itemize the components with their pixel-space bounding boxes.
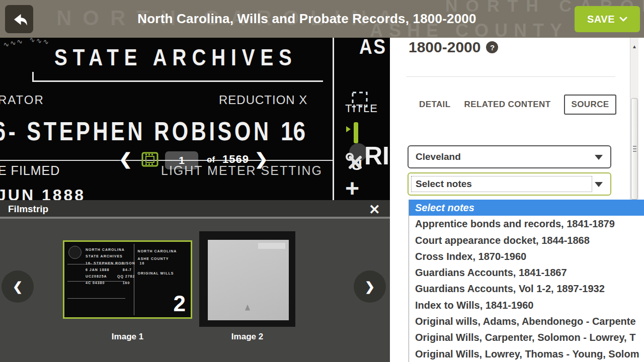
- tab-detail[interactable]: DETAIL: [419, 100, 451, 110]
- notes-option[interactable]: Original wills, Adams, Abendonego - Carp…: [409, 313, 644, 329]
- zoom-slider-icon[interactable]: [354, 122, 358, 143]
- save-button-label: SAVE: [587, 14, 615, 25]
- microfilm-target-card: NORTH CAROLINA STATE ARCHIVES 16- STEPHE…: [64, 242, 191, 317]
- page-of-label: of: [207, 155, 215, 165]
- notes-option[interactable]: Cross Index, 1870-1960: [409, 248, 644, 264]
- tools-wrench-icon[interactable]: [344, 151, 365, 174]
- page-total-label: 1569: [222, 153, 249, 166]
- scrollbar-up-icon[interactable]: ▲: [632, 44, 637, 49]
- collection-title: 1800-2000 ?: [409, 39, 498, 56]
- chevron-down-icon: [595, 155, 603, 160]
- state-seal-logo: [68, 246, 82, 259]
- filmstrip-toggle-icon[interactable]: [141, 152, 158, 169]
- film-frame-edge: [333, 38, 334, 200]
- page-title: North Carolina, Wills and Probate Record…: [0, 11, 614, 27]
- film-subject-number: 16: [281, 116, 305, 146]
- detail-side-panel: 1800-2000 ? DETAIL RELATED CONTENT SOURC…: [390, 38, 644, 362]
- county-dropdown[interactable]: Cleveland: [408, 145, 611, 168]
- film-scratch-marks: ∿∿∿: [3, 38, 25, 49]
- film-reduction-text: REDUCTION X: [219, 93, 307, 107]
- county-dropdown-value: Cleveland: [416, 151, 461, 162]
- collection-title-text: 1800-2000: [409, 39, 480, 56]
- previous-image-button[interactable]: ❮: [119, 149, 132, 168]
- notes-dropdown-value: Select notes: [416, 178, 472, 190]
- film-original-partial: RI: [364, 141, 389, 170]
- page-number-input[interactable]: 1: [165, 151, 198, 169]
- filmstrip-header: Filmstrip ✕: [0, 200, 390, 219]
- thumbnail-1-label: Image 1: [63, 332, 192, 342]
- film-subject-name: 6- STEPHEN ROBISON: [0, 116, 272, 146]
- zoom-in-icon[interactable]: +: [345, 177, 359, 200]
- film-ashe-partial-text: AS: [359, 38, 387, 59]
- scrollbar-grip: [633, 146, 636, 153]
- notes-option-list: Select notesApprentice bonds and records…: [409, 200, 644, 362]
- notes-option[interactable]: Index to Wills, 1841-1960: [409, 297, 644, 313]
- notes-option[interactable]: Apprentice bonds and records, 1841-1879: [409, 216, 644, 232]
- filmstrip-next-button[interactable]: ❯: [354, 270, 386, 303]
- crop-selection-icon[interactable]: [351, 91, 368, 110]
- card-line: [67, 298, 125, 299]
- notes-option[interactable]: Original Wills, Carpenter, Solomon - Low…: [409, 329, 644, 345]
- folder-mark: [245, 305, 250, 311]
- film-scratch-marks: ∿∿∿: [29, 38, 50, 46]
- card-right-column: NORTH CAROLINA ASHE COUNTY ORIGINAL WILL…: [138, 248, 188, 278]
- folder-image: [208, 240, 288, 320]
- panel-tabs: DETAIL RELATED CONTENT SOURCE: [419, 95, 616, 115]
- tab-related-content[interactable]: RELATED CONTENT: [464, 100, 551, 110]
- card-left-column: NORTH CAROLINA STATE ARCHIVES 16- STEPHE…: [86, 246, 146, 287]
- film-filmed-text: E FILMED: [0, 163, 60, 178]
- notes-option[interactable]: Original Wills, Lowrey, Thomas - Young, …: [409, 346, 644, 362]
- chevron-down-icon: [619, 17, 627, 22]
- notes-option[interactable]: Guardians Accounts, 1841-1867: [409, 264, 644, 281]
- film-horizontal-line: [32, 80, 323, 82]
- zoom-slider-arrow-icon[interactable]: [346, 126, 351, 132]
- scrollbar-thumb[interactable]: [631, 98, 638, 200]
- film-operator-text: RATOR: [0, 93, 44, 107]
- notes-option[interactable]: Select notes: [409, 200, 644, 216]
- filmstrip-prev-button[interactable]: ❮: [2, 270, 34, 303]
- top-header-bar: NORTH CAROLINA NORTH CAROLINA ASHE COUNT…: [0, 0, 644, 38]
- filmstrip-title: Filmstrip: [8, 204, 48, 215]
- image-viewer: ∿∿∿ ∿∿∿ STATE ARCHIVES RATOR REDUCTION X…: [0, 38, 390, 200]
- save-button[interactable]: SAVE: [575, 6, 640, 32]
- thumbnail-2-label: Image 2: [199, 332, 295, 342]
- filmstrip-close-icon[interactable]: ✕: [369, 202, 380, 218]
- filmstrip-panel: Filmstrip ✕ NORTH CAROLINA STATE ARCHIVE…: [0, 200, 390, 362]
- panel-divider: [407, 76, 615, 77]
- chevron-down-icon: [595, 182, 603, 187]
- folder-tab: [258, 243, 286, 248]
- tab-source[interactable]: SOURCE: [564, 95, 616, 115]
- filmstrip-thumbnail-1[interactable]: NORTH CAROLINA STATE ARCHIVES 16- STEPHE…: [63, 240, 192, 319]
- notes-dropdown[interactable]: Select notes: [408, 172, 611, 196]
- film-date-text: JUN 1888: [0, 186, 86, 200]
- card-number: 2: [174, 291, 186, 316]
- notes-option[interactable]: Court appearance docket, 1844-1868: [409, 232, 644, 248]
- record-viewer-page: ∿∿∿ ∿∿∿ STATE ARCHIVES RATOR REDUCTION X…: [0, 0, 644, 362]
- film-line-stub: [32, 72, 34, 80]
- next-image-button[interactable]: ❯: [255, 149, 268, 168]
- notes-option[interactable]: Guardians Accounts, Vol 1-2, 1897-1932: [409, 281, 644, 297]
- filmstrip-thumbnail-2[interactable]: [199, 231, 295, 327]
- film-state-archives-text: STATE ARCHIVES: [54, 44, 297, 71]
- help-icon[interactable]: ?: [486, 41, 498, 53]
